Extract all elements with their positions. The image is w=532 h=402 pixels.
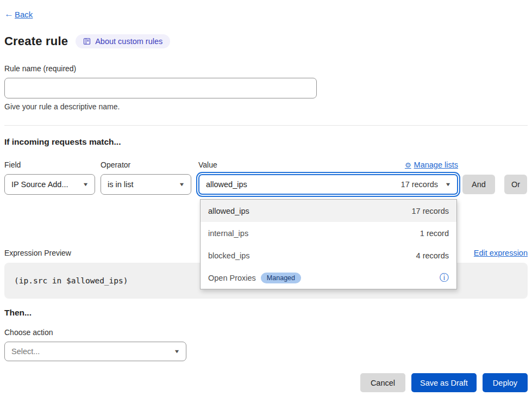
list-item-count: 17 records [411, 207, 449, 215]
list-dropdown-panel: allowed_ips 17 records internal_ips 1 re… [200, 199, 457, 289]
list-item-name: Open Proxies [208, 274, 256, 282]
managed-badge: Managed [261, 273, 301, 283]
about-custom-rules-link[interactable]: About custom rules [76, 34, 170, 48]
list-item-count: 4 records [416, 251, 449, 260]
field-select[interactable]: IP Source Add... ▼ [4, 174, 95, 195]
match-section-heading: If incoming requests match... [4, 137, 528, 147]
operator-select[interactable]: is in list ▼ [101, 174, 191, 195]
value-select-count: 17 records [401, 180, 439, 189]
match-condition-row: Field IP Source Add... ▼ Operator is in … [4, 160, 528, 195]
value-select[interactable]: allowed_ips 17 records ▼ allowed_ips 17 … [198, 174, 458, 195]
section-divider [4, 125, 528, 126]
operator-select-value: is in list [108, 180, 179, 189]
field-label: Field [4, 160, 95, 169]
save-as-draft-button[interactable]: Save as Draft [411, 373, 477, 392]
chevron-down-icon: ▼ [83, 182, 89, 187]
back-link-label: Back [15, 10, 33, 19]
back-link[interactable]: ← Back [4, 9, 33, 20]
info-icon[interactable]: ⓘ [440, 273, 449, 282]
title-row: Create rule About custom rules [4, 34, 528, 48]
list-item-allowed-ips[interactable]: allowed_ips 17 records [201, 200, 456, 222]
value-column: Value ⚙ Manage lists allowed_ips 17 reco… [198, 160, 458, 195]
list-item-blocked-ips[interactable]: blocked_ips 4 records [201, 244, 456, 267]
list-item-internal-ips[interactable]: internal_ips 1 record [201, 222, 456, 244]
or-button[interactable]: Or [504, 175, 527, 194]
rule-name-label: Rule name (required) [4, 64, 528, 73]
footer-actions: Cancel Save as Draft Deploy [4, 373, 528, 392]
action-select-placeholder: Select... [11, 347, 174, 356]
and-button[interactable]: And [462, 175, 495, 194]
value-label-row: Value ⚙ Manage lists [198, 160, 458, 169]
action-select[interactable]: Select... ▼ [4, 342, 186, 361]
edit-expression-link[interactable]: Edit expression [474, 249, 528, 257]
rule-name-input[interactable] [4, 78, 317, 98]
chevron-down-icon: ▼ [179, 182, 185, 187]
value-select-value: allowed_ips [206, 180, 401, 189]
book-icon [83, 38, 91, 45]
back-arrow-icon: ← [4, 9, 14, 20]
edit-expression-label: Edit expression [474, 249, 528, 257]
create-rule-page: ← Back Create rule About custom rules Ru… [0, 0, 532, 402]
choose-action-label: Choose action [4, 328, 528, 337]
operator-column: Operator is in list ▼ [101, 160, 191, 195]
rule-name-section: Rule name (required) Give your rule a de… [4, 64, 528, 111]
chevron-down-icon: ▼ [445, 182, 452, 187]
list-item-count: 1 record [420, 229, 449, 238]
then-section-heading: Then... [4, 308, 528, 318]
expression-preview-label: Expression Preview [4, 249, 71, 257]
manage-lists-label: Manage lists [414, 160, 458, 169]
rule-name-help-text: Give your rule a descriptive name. [4, 102, 528, 111]
expression-code: (ip.src in $allowed_ips) [14, 276, 128, 285]
gear-icon: ⚙ [405, 161, 411, 169]
list-item-name: blocked_ips [208, 251, 250, 260]
chevron-down-icon: ▼ [174, 349, 180, 354]
field-column: Field IP Source Add... ▼ [4, 160, 95, 195]
list-item-open-proxies[interactable]: Open Proxies Managed ⓘ [201, 267, 456, 289]
about-badge-label: About custom rules [95, 37, 162, 46]
list-item-name: internal_ips [208, 229, 248, 238]
cancel-button[interactable]: Cancel [360, 373, 405, 392]
operator-label: Operator [101, 160, 191, 169]
manage-lists-link[interactable]: ⚙ Manage lists [405, 160, 458, 169]
page-title: Create rule [4, 34, 68, 48]
list-item-name: allowed_ips [208, 207, 249, 215]
deploy-button[interactable]: Deploy [483, 373, 528, 392]
value-label: Value [198, 160, 217, 169]
field-select-value: IP Source Add... [11, 180, 83, 189]
